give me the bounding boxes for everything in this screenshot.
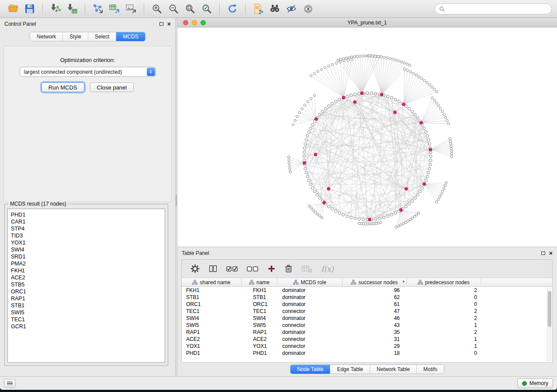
run-mcds-button[interactable]: Run MCDS xyxy=(42,83,84,92)
network-canvas[interactable] xyxy=(177,28,557,246)
maximize-window-icon[interactable] xyxy=(201,20,206,25)
delete-column-button[interactable] xyxy=(284,264,293,273)
table-settings-button[interactable] xyxy=(190,264,200,273)
column-header-shared-name[interactable]: shared name xyxy=(182,278,242,286)
float-table-panel-icon[interactable] xyxy=(541,251,545,255)
show-all-button[interactable] xyxy=(300,2,316,16)
mcds-result-title: MCDS result (17 nodes) xyxy=(8,201,68,207)
cell-mcds-role: connector xyxy=(277,343,343,350)
columns-icon xyxy=(208,264,218,273)
import-table-button[interactable] xyxy=(64,2,80,16)
zoom-in-button[interactable] xyxy=(149,2,165,16)
column-header-successor-nodes[interactable]: successor nodes ▾ xyxy=(343,278,407,286)
deselect-all-columns-button[interactable] xyxy=(247,265,259,273)
close-table-panel-icon[interactable]: × xyxy=(549,251,553,255)
search-box[interactable] xyxy=(435,3,552,14)
export-table-button[interactable] xyxy=(107,2,122,16)
sort-descending-icon[interactable]: ▾ xyxy=(402,279,405,284)
mcds-result-item[interactable]: STB5 xyxy=(11,281,165,288)
export-image-button[interactable] xyxy=(123,2,139,16)
search-input[interactable] xyxy=(447,6,547,12)
table-row[interactable]: SWI4SWI4dominator462 xyxy=(182,315,552,322)
apply-layout-button[interactable] xyxy=(225,2,240,16)
mcds-result-group: MCDS result (17 nodes) PHD1CAR1STP4TID3Y… xyxy=(4,204,168,366)
copy-style-button[interactable] xyxy=(250,2,266,16)
toolbar-divider xyxy=(42,3,43,14)
table-row[interactable]: FKH1FKH1dominator962 xyxy=(182,287,552,294)
close-panel-button[interactable]: Close panel xyxy=(90,83,134,92)
import-network-button[interactable] xyxy=(48,2,63,16)
cell-successor-nodes: 47 xyxy=(343,308,407,315)
mcds-result-item[interactable]: ACE2 xyxy=(11,274,165,281)
column-header-name[interactable]: name xyxy=(242,278,277,286)
table-row[interactable]: ACE2ACE2connector311 xyxy=(182,336,552,343)
zoom-selected-button[interactable] xyxy=(199,2,214,16)
delete-table-button[interactable] xyxy=(301,265,312,273)
select-all-columns-button[interactable] xyxy=(226,265,238,273)
zoom-fit-button[interactable] xyxy=(182,2,198,16)
table-row[interactable]: SWI5SWI5connector431 xyxy=(182,322,552,329)
mcds-result-item[interactable]: PHD1 xyxy=(11,211,165,218)
splitter-grip[interactable] xyxy=(176,195,177,206)
mcds-result-item[interactable]: RAP1 xyxy=(11,295,165,302)
selected-criterion: largest connected component (undirected) xyxy=(24,69,122,75)
column-label: predecessor nodes xyxy=(425,279,470,285)
memory-button[interactable]: Memory xyxy=(517,378,553,388)
table-row[interactable]: RAP1RAP1dominator352 xyxy=(182,329,552,336)
table-row[interactable]: STB1STB1dominator620 xyxy=(182,294,552,301)
mcds-result-item[interactable]: YOX1 xyxy=(11,239,165,246)
table-row[interactable]: TEC1TEC1connector472 xyxy=(182,308,552,315)
tab-style[interactable]: Style xyxy=(63,32,88,41)
mcds-result-item[interactable]: PMA2 xyxy=(11,260,165,267)
export-network-button[interactable] xyxy=(90,2,106,16)
network-window-titlebar[interactable]: YPA_prune.txt_1 xyxy=(177,18,557,28)
mcds-result-item[interactable]: ORC1 xyxy=(11,288,165,295)
table-toolbar: f(x) xyxy=(182,260,552,278)
cell-name: ORC1 xyxy=(242,301,277,308)
mcds-result-list[interactable]: PHD1CAR1STP4TID3YOX1SWI4SRD1PMA2FKH1ACE2… xyxy=(7,209,165,363)
close-window-icon[interactable] xyxy=(183,20,188,25)
minimize-window-icon[interactable] xyxy=(192,20,197,25)
mcds-result-item[interactable]: TEC1 xyxy=(11,316,165,323)
tab-mcds[interactable]: MCDS xyxy=(116,32,145,41)
tab-select[interactable]: Select xyxy=(88,32,116,41)
table-row[interactable]: YOX1YOX1connector291 xyxy=(182,343,552,350)
mcds-result-item[interactable]: FKH1 xyxy=(11,267,165,274)
cell-shared-name: TEC1 xyxy=(182,308,242,315)
table-row[interactable]: ORC1ORC1dominator610 xyxy=(182,301,552,308)
hide-selected-button[interactable] xyxy=(284,2,299,16)
mcds-result-item[interactable]: STP4 xyxy=(11,225,165,232)
status-menu-button[interactable] xyxy=(4,379,15,388)
column-header-mcds-role[interactable]: MCDS role xyxy=(277,278,343,286)
table-scrollbar-thumb[interactable] xyxy=(548,291,551,327)
show-column-panel-button[interactable] xyxy=(208,264,218,273)
zoom-out-button[interactable] xyxy=(166,2,181,16)
tab-motifs[interactable]: Motifs xyxy=(417,365,444,374)
table-panel-header: Table Panel × xyxy=(177,247,557,259)
cell-shared-name: RAP1 xyxy=(182,329,242,336)
first-neighbors-button[interactable] xyxy=(267,2,283,16)
mcds-result-item[interactable]: CAR1 xyxy=(11,218,165,225)
tab-edge-table[interactable]: Edge Table xyxy=(330,365,370,374)
mcds-result-item[interactable]: GCR1 xyxy=(11,323,165,330)
mcds-result-item[interactable]: SWI5 xyxy=(11,309,165,316)
mcds-result-item[interactable]: SRD1 xyxy=(11,253,165,260)
save-session-button[interactable] xyxy=(22,2,38,16)
open-file-button[interactable] xyxy=(5,2,21,16)
column-header-predecessor-nodes[interactable]: predecessor nodes xyxy=(407,278,481,286)
node-table-container: f(x) shared name name MCDS role xyxy=(181,259,553,363)
float-panel-icon[interactable] xyxy=(159,22,163,26)
cell-predecessor-nodes: 1 xyxy=(407,336,481,343)
mcds-result-item[interactable]: STB1 xyxy=(11,302,165,309)
mcds-result-item[interactable]: TID3 xyxy=(11,232,165,239)
close-panel-icon[interactable]: × xyxy=(167,22,171,26)
tab-network[interactable]: Network xyxy=(30,32,63,41)
create-column-button[interactable] xyxy=(267,265,276,273)
mcds-result-item[interactable]: SWI4 xyxy=(11,246,165,253)
table-scrollbar[interactable] xyxy=(547,288,552,361)
function-builder-button[interactable]: f(x) xyxy=(321,265,334,273)
tab-node-table[interactable]: Node Table xyxy=(291,365,331,374)
tab-network-table[interactable]: Network Table xyxy=(370,365,417,374)
table-row[interactable]: PHD1PHD1dominator180 xyxy=(182,350,552,357)
optimization-criterion-select[interactable]: largest connected component (undirected)… xyxy=(20,67,156,77)
